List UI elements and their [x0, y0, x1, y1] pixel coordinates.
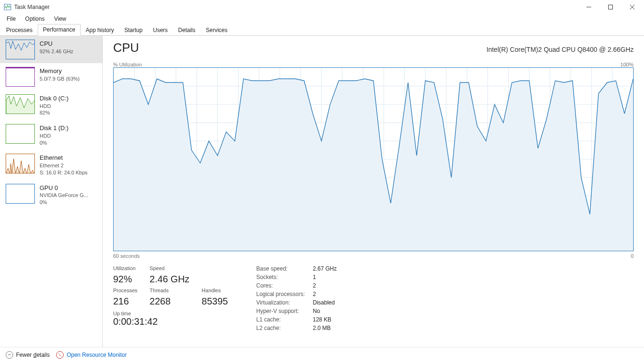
sidebar-item-title: Ethernet	[40, 154, 88, 162]
spec-value: 2	[313, 282, 337, 289]
sidebar-item-line2: 5.0/7.9 GB (63%)	[40, 75, 80, 82]
chart-wrapper	[113, 67, 634, 251]
sidebar-item-line2: HDD	[40, 132, 68, 140]
sidebar-thumb	[6, 67, 35, 87]
handles-value: 85395	[202, 296, 228, 307]
speed-label: Speed	[149, 265, 189, 271]
sidebar-item-gpu-0[interactable]: GPU 0NVIDIA GeForce G...0%	[0, 180, 102, 210]
spec-label: Cores:	[256, 282, 313, 289]
sidebar-thumb	[6, 154, 35, 173]
sidebar-item-line2: NVIDIA GeForce G...	[40, 192, 88, 199]
menu-file[interactable]: File	[2, 15, 20, 23]
sidebar-item-disk-0-c-[interactable]: Disk 0 (C:)HDD82%	[0, 90, 102, 120]
chart-bottom-right-label: 0	[631, 253, 634, 259]
sidebar-item-ethernet[interactable]: EthernetEthernet 2S: 16.0 R: 24.0 Kbps	[0, 150, 102, 180]
left-stats-block: Utilization Speed 92% 2.46 GHz Processes…	[113, 265, 228, 331]
fewer-details-button[interactable]: Fewer details	[6, 351, 50, 359]
sidebar-item-cpu[interactable]: CPU92% 2.46 GHz	[0, 36, 102, 63]
close-button[interactable]	[621, 0, 643, 14]
tab-app-history[interactable]: App history	[81, 25, 119, 36]
sidebar-item-line2: 92% 2.46 GHz	[40, 48, 74, 55]
sidebar-item-line2: Ethernet 2	[40, 162, 88, 169]
spec-value: No	[313, 308, 337, 314]
sidebar-item-title: GPU 0	[40, 184, 88, 192]
threads-value: 2268	[149, 296, 189, 307]
stats-row: Utilization Speed 92% 2.46 GHz Processes…	[113, 265, 634, 331]
cpu-model-name: Intel(R) Core(TM)2 Quad CPU Q8400 @ 2.66…	[487, 46, 634, 53]
utilization-label: Utilization	[113, 265, 137, 271]
left-stats-grid: Utilization Speed 92% 2.46 GHz Processes…	[113, 265, 228, 307]
chart-bottom-left-label: 60 seconds	[113, 253, 140, 259]
chevron-up-icon	[6, 351, 13, 359]
footer: Fewer details Open Resource Monitor	[0, 347, 644, 362]
processes-value: 216	[113, 296, 137, 307]
spec-value: 128 KB	[313, 316, 337, 323]
content-pane: CPU Intel(R) Core(TM)2 Quad CPU Q8400 @ …	[103, 36, 644, 347]
sidebar-meta: GPU 0NVIDIA GeForce G...0%	[40, 184, 88, 206]
spec-label: Base speed:	[256, 265, 313, 272]
maximize-button[interactable]	[600, 0, 621, 14]
tab-users[interactable]: Users	[148, 25, 173, 36]
sidebar-item-line3: 82%	[40, 109, 68, 116]
spec-label: Hyper-V support:	[256, 308, 313, 314]
spec-label: L2 cache:	[256, 325, 313, 331]
spec-value: Disabled	[313, 299, 337, 306]
utilization-value: 92%	[113, 274, 137, 285]
sidebar-item-disk-1-d-[interactable]: Disk 1 (D:)HDD0%	[0, 120, 102, 150]
spec-label: Logical processors:	[256, 291, 313, 297]
svg-rect-5	[6, 67, 35, 68]
tab-details[interactable]: Details	[173, 25, 201, 36]
workarea: CPU92% 2.46 GHzMemory5.0/7.9 GB (63%)Dis…	[0, 36, 644, 347]
menu-options[interactable]: Options	[20, 15, 49, 23]
speed-value: 2.46 GHz	[149, 274, 189, 285]
chart-top-right-label: 100%	[620, 62, 634, 67]
minimize-button[interactable]	[578, 0, 600, 14]
sidebar-item-line3: 0%	[40, 140, 68, 147]
resource-sidebar: CPU92% 2.46 GHzMemory5.0/7.9 GB (63%)Dis…	[0, 36, 103, 347]
handles-label: Handles	[202, 288, 228, 293]
chart-top-left-label: % Utilization	[113, 62, 142, 67]
sidebar-thumb	[6, 40, 35, 59]
resource-monitor-label: Open Resource Monitor	[66, 352, 126, 358]
sidebar-meta: Disk 0 (C:)HDD82%	[40, 94, 68, 116]
spec-value: 1	[313, 274, 337, 280]
sidebar-meta: Memory5.0/7.9 GB (63%)	[40, 67, 80, 87]
uptime-label: Up time	[113, 311, 228, 316]
tab-services[interactable]: Services	[201, 25, 233, 36]
tab-processes[interactable]: Processes	[1, 25, 38, 36]
spec-label: Virtualization:	[256, 299, 313, 306]
titlebar: Task Manager	[0, 0, 644, 14]
sidebar-thumb	[6, 94, 35, 114]
svg-line-39	[58, 354, 61, 356]
sidebar-meta: EthernetEthernet 2S: 16.0 R: 24.0 Kbps	[40, 154, 88, 176]
spec-value: 2.0 MB	[313, 325, 337, 331]
sidebar-item-line2: HDD	[40, 103, 68, 110]
chart-bottom-labels: 60 seconds 0	[113, 253, 634, 259]
uptime-block: Up time 0:00:31:42	[113, 311, 228, 327]
fewer-details-label: Fewer details	[16, 352, 50, 358]
tab-performance[interactable]: Performance	[38, 24, 81, 36]
resource-monitor-link[interactable]: Open Resource Monitor	[56, 351, 126, 359]
cpu-utilization-chart	[113, 67, 634, 251]
menu-view[interactable]: View	[50, 15, 71, 23]
spec-value: 2	[313, 291, 337, 297]
spec-value: 2.67 GHz	[313, 265, 337, 272]
app-icon	[4, 3, 11, 11]
tab-startup[interactable]: Startup	[119, 25, 148, 36]
spec-label: Sockets:	[256, 274, 313, 280]
sidebar-item-title: Disk 0 (C:)	[40, 94, 68, 103]
processes-label: Processes	[113, 288, 137, 293]
spec-label: L1 cache:	[256, 316, 313, 323]
threads-label: Threads	[149, 288, 189, 293]
sidebar-thumb	[6, 184, 35, 204]
page-title: CPU	[113, 41, 139, 55]
sidebar-item-memory[interactable]: Memory5.0/7.9 GB (63%)	[0, 63, 102, 90]
tabstrip: Processes Performance App history Startu…	[0, 24, 644, 36]
right-stats-grid: Base speed:2.67 GHzSockets:1Cores:2Logic…	[256, 265, 337, 331]
svg-rect-2	[609, 5, 613, 9]
menubar: File Options View	[0, 14, 644, 24]
sidebar-meta: CPU92% 2.46 GHz	[40, 40, 74, 59]
sidebar-item-line3: S: 16.0 R: 24.0 Kbps	[40, 169, 88, 176]
sidebar-item-line3: 0%	[40, 199, 88, 206]
sidebar-thumb	[6, 124, 35, 144]
